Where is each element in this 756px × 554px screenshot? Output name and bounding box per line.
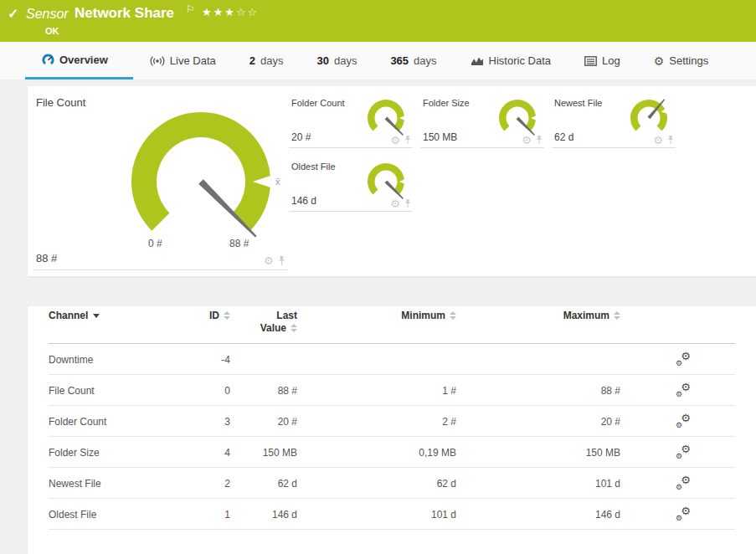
cell-max: 20 # xyxy=(456,406,620,437)
cell-id: -4 xyxy=(187,344,230,375)
settings-gear-icon: ⚙ xyxy=(654,55,665,67)
tab-30-days-word: days xyxy=(334,54,357,67)
mini-gauge-title: Folder Size xyxy=(423,98,470,108)
tab-settings[interactable]: ⚙ Settings xyxy=(637,42,726,80)
channel-settings-icon[interactable]: ⚙⚙ xyxy=(676,382,691,396)
cell-channel: Newest File xyxy=(49,468,187,499)
table-row-folder-size: Folder Size 4 150 MB 0,19 MB 150 MB ⚙⚙ xyxy=(49,437,735,468)
header-maximum[interactable]: Maximum xyxy=(456,306,620,344)
table-row-downtime: Downtime -4 ⚙⚙ xyxy=(49,344,735,375)
gauge-settings-gear-icon[interactable]: ⚙ xyxy=(264,255,274,266)
sensor-header: ✓ Sensor Network Share ⚐ ★★★☆☆ OK xyxy=(0,0,756,42)
cell-channel: Folder Size xyxy=(49,437,187,468)
channel-settings-icon[interactable]: ⚙⚙ xyxy=(676,413,691,427)
tab-overview[interactable]: Overview xyxy=(25,42,133,80)
cell-min: 101 d xyxy=(297,499,456,530)
primary-gauge-title: File Count xyxy=(36,96,85,109)
header-last-value[interactable]: Last Value xyxy=(230,306,297,344)
gauge-scale-max: 88 # xyxy=(229,238,249,249)
gauge-settings-gear-icon[interactable]: ⚙ xyxy=(390,135,400,146)
header-id[interactable]: ID xyxy=(187,306,230,344)
mini-gauge-value: 150 MB xyxy=(423,131,457,143)
channel-settings-icon[interactable]: ⚙⚙ xyxy=(676,444,691,458)
cell-channel: Folder Count xyxy=(49,406,187,437)
gauge-divider xyxy=(34,269,288,270)
gauge-pin-icon[interactable] xyxy=(667,136,674,145)
channels-table: Channel ID Last Value Minimum Maximum xyxy=(49,306,735,530)
header-channel[interactable]: Channel xyxy=(49,306,187,344)
cell-min: 62 d xyxy=(297,468,456,499)
live-data-icon xyxy=(150,55,165,67)
tab-365-days[interactable]: 365 days xyxy=(373,42,453,80)
file-count-gauge[interactable]: x̄ xyxy=(117,98,285,265)
priority-stars[interactable]: ★★★☆☆ xyxy=(202,6,259,18)
table-row-file-count: File Count 0 88 # 1 # 88 # ⚙⚙ xyxy=(49,375,735,406)
tab-2-days[interactable]: 2 days xyxy=(233,42,301,80)
sensor-title: Network Share xyxy=(75,5,174,22)
object-kind-label: Sensor xyxy=(26,7,69,22)
sort-arrows-icon xyxy=(291,324,297,332)
gauges-panel: File Count x̄ 0 # 88 # 88 # ⚙ Folder Cou… xyxy=(28,86,756,276)
cell-max: 88 # xyxy=(456,375,620,406)
sort-arrows-icon xyxy=(614,311,620,320)
gauge-settings-gear-icon[interactable]: ⚙ xyxy=(653,135,663,146)
tab-historic-data[interactable]: Historic Data xyxy=(454,42,568,80)
cell-max: 146 d xyxy=(456,499,620,530)
table-row-folder-count: Folder Count 3 20 # 2 # 20 # ⚙⚙ xyxy=(49,406,735,437)
channel-settings-icon[interactable]: ⚙⚙ xyxy=(676,506,691,520)
mini-gauge-value: 62 d xyxy=(554,131,573,143)
gauge-settings-gear-icon[interactable]: ⚙ xyxy=(390,198,400,209)
cell-channel: Downtime xyxy=(49,344,187,375)
gauge-pin-icon[interactable] xyxy=(278,256,285,266)
gauge-settings-gear-icon[interactable]: ⚙ xyxy=(522,135,532,146)
cell-last: 88 # xyxy=(230,375,297,406)
table-row-newest-file: Newest File 2 62 d 62 d 101 d ⚙⚙ xyxy=(49,468,735,499)
status-ok-check-icon: ✓ xyxy=(8,6,18,22)
tab-log[interactable]: Log xyxy=(568,42,637,80)
folder-size-gauge xyxy=(494,96,541,140)
mini-gauge-value: 20 # xyxy=(291,131,311,143)
mini-gauge-oldest-file[interactable]: Oldest File 146 d ⚙ xyxy=(289,158,413,212)
cell-min xyxy=(297,344,456,375)
tab-overview-label: Overview xyxy=(59,54,108,66)
gauge-icon xyxy=(42,54,54,66)
header-minimum[interactable]: Minimum xyxy=(297,306,456,344)
tab-2-days-number: 2 xyxy=(249,54,255,67)
gauge-pin-icon[interactable] xyxy=(404,199,411,208)
mini-gauge-newest-file[interactable]: Newest File 62 d ⚙ xyxy=(552,95,676,148)
cell-min: 1 # xyxy=(297,375,456,406)
channels-panel: Channel ID Last Value Minimum Maximum xyxy=(28,306,756,554)
sort-arrows-icon xyxy=(450,311,456,320)
tab-bar: Overview Live Data 2 days 30 days 365 da… xyxy=(0,42,756,80)
mini-gauge-folder-count[interactable]: Folder Count 20 # ⚙ xyxy=(289,95,413,148)
mini-gauge-folder-size[interactable]: Folder Size 150 MB ⚙ xyxy=(420,95,544,148)
cell-last: 146 d xyxy=(230,499,297,530)
cell-min: 0,19 MB xyxy=(297,437,456,468)
cell-last: 150 MB xyxy=(230,437,297,468)
channel-settings-icon[interactable]: ⚙⚙ xyxy=(676,351,691,365)
primary-gauge-value: 88 # xyxy=(36,252,57,264)
tab-settings-label: Settings xyxy=(669,54,708,67)
cell-channel: Oldest File xyxy=(49,499,187,530)
channel-settings-icon[interactable]: ⚙⚙ xyxy=(676,475,691,489)
cell-last: 20 # xyxy=(230,406,297,437)
sort-arrows-icon xyxy=(224,311,230,320)
cell-last: 62 d xyxy=(230,468,297,499)
gauge-pin-icon[interactable] xyxy=(404,136,411,145)
table-header-row: Channel ID Last Value Minimum Maximum xyxy=(49,306,735,344)
sort-caret-icon xyxy=(93,314,100,318)
gauge-pin-icon[interactable] xyxy=(536,136,543,145)
tab-live-data-label: Live Data xyxy=(170,54,216,67)
folder-count-gauge xyxy=(363,96,409,140)
tab-365-days-word: days xyxy=(414,54,436,67)
cell-id: 2 xyxy=(187,468,230,499)
tab-live-data[interactable]: Live Data xyxy=(133,42,233,80)
log-list-icon xyxy=(584,56,597,66)
tab-30-days[interactable]: 30 days xyxy=(300,42,373,80)
stars-empty: ☆☆ xyxy=(236,6,259,18)
stars-filled: ★★★ xyxy=(202,6,236,18)
priority-flag-icon[interactable]: ⚐ xyxy=(186,3,195,15)
tab-historic-data-label: Historic Data xyxy=(489,54,551,67)
cell-last xyxy=(230,344,297,375)
gauge-scale-min: 0 # xyxy=(148,238,162,249)
